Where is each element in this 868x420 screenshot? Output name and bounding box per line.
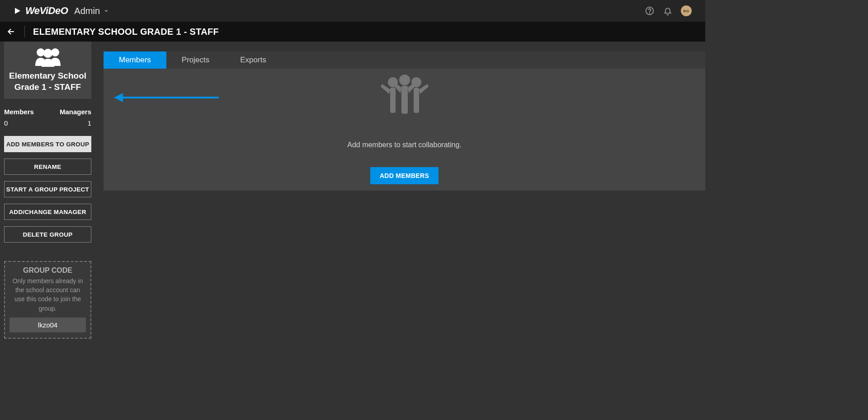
members-label: Members	[4, 108, 34, 116]
notifications-button[interactable]	[663, 6, 673, 16]
svg-point-1	[650, 13, 650, 13]
play-icon	[14, 7, 22, 15]
header-right: BG	[645, 5, 692, 16]
content-area: Members Projects Exports Add members to …	[95, 42, 705, 343]
managers-label: Managers	[60, 108, 91, 116]
sub-header: ELEMENTARY SCHOOL GRADE 1 - STAFF	[0, 22, 705, 42]
arrow-left-icon	[7, 27, 16, 36]
header-left: WeViDeO Admin	[14, 5, 109, 17]
admin-label: Admin	[74, 6, 100, 16]
group-code-value[interactable]: lkzo04	[9, 317, 86, 332]
brand-text: WeViDeO	[25, 5, 68, 17]
rename-button[interactable]: RENAME	[4, 159, 91, 175]
add-members-button[interactable]: ADD MEMBERS	[370, 167, 439, 184]
managers-value: 1	[60, 119, 91, 127]
back-button[interactable]	[6, 27, 16, 37]
delete-group-button[interactable]: DELETE GROUP	[4, 226, 91, 243]
admin-dropdown[interactable]: Admin	[74, 6, 109, 16]
chevron-down-icon	[104, 8, 109, 14]
vertical-divider	[24, 26, 25, 37]
group-card: Elementary School Grade 1 - STAFF	[4, 42, 91, 99]
stats-row: Members 0 Managers 1	[4, 108, 91, 128]
app-header: WeViDeO Admin BG	[0, 0, 705, 22]
group-code-title: GROUP CODE	[9, 266, 86, 275]
help-icon	[645, 6, 654, 15]
help-button[interactable]	[645, 6, 655, 16]
svg-point-9	[399, 75, 410, 85]
tab-projects[interactable]: Projects	[166, 51, 225, 69]
avatar[interactable]: BG	[681, 5, 692, 16]
stat-managers: Managers 1	[60, 108, 91, 127]
svg-rect-6	[390, 88, 396, 113]
main-layout: Elementary School Grade 1 - STAFF Member…	[0, 42, 705, 343]
group-name: Elementary School Grade 1 - STAFF	[7, 70, 89, 93]
members-value: 0	[4, 119, 34, 127]
tabs: Members Projects Exports	[104, 51, 705, 69]
tab-exports[interactable]: Exports	[225, 51, 282, 69]
empty-state-text: Add members to start collaborating.	[347, 141, 462, 149]
sidebar-buttons: ADD MEMBERS TO GROUP RENAME START A GROU…	[4, 136, 91, 243]
svg-point-4	[43, 49, 52, 58]
avatar-initials: BG	[684, 9, 689, 13]
add-members-to-group-button[interactable]: ADD MEMBERS TO GROUP	[4, 136, 91, 152]
group-icon	[30, 47, 66, 67]
people-icon	[377, 73, 432, 118]
svg-rect-8	[414, 88, 419, 113]
start-group-project-button[interactable]: START A GROUP PROJECT	[4, 181, 91, 197]
brand-logo[interactable]: WeViDeO	[14, 5, 68, 17]
svg-rect-10	[401, 86, 408, 114]
bell-icon	[663, 6, 672, 15]
content-panel: Add members to start collaborating. ADD …	[104, 69, 705, 191]
tab-members[interactable]: Members	[104, 51, 166, 69]
page-title: ELEMENTARY SCHOOL GRADE 1 - STAFF	[33, 27, 219, 37]
sidebar: Elementary School Grade 1 - STAFF Member…	[0, 42, 95, 343]
add-change-manager-button[interactable]: ADD/CHANGE MANAGER	[4, 204, 91, 220]
group-code-desc: Only members already in the school accou…	[9, 276, 86, 313]
group-code-card: GROUP CODE Only members already in the s…	[4, 261, 91, 339]
stat-members: Members 0	[4, 108, 34, 127]
